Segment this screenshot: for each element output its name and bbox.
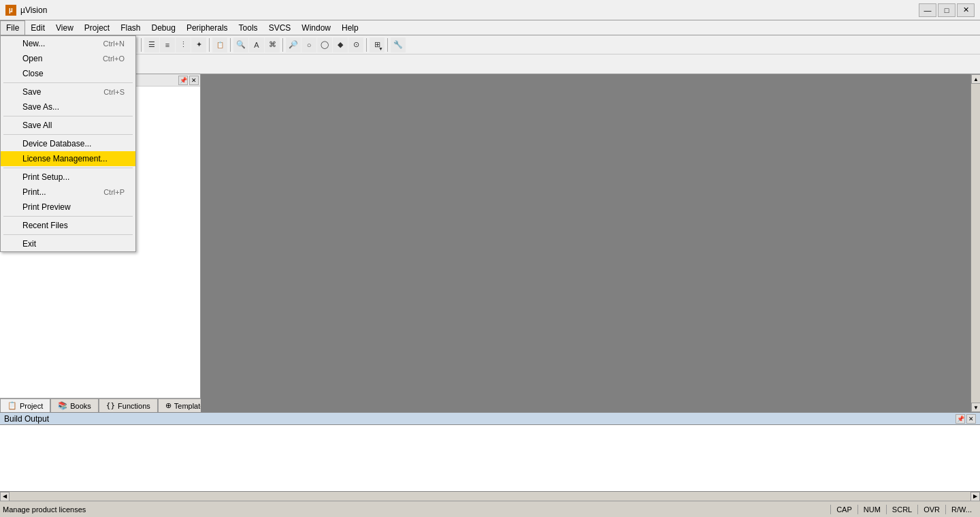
menu-item-file[interactable]: File: [0, 20, 25, 35]
status-rw: R/W...: [945, 505, 977, 514]
toolbar-sep-6: [282, 38, 283, 52]
tab-books[interactable]: 📚 Books: [50, 398, 99, 412]
tab-books-label: Books: [70, 402, 91, 410]
scroll-up-arrow[interactable]: ▲: [971, 74, 980, 84]
toolbar-settings[interactable]: 🔧: [391, 37, 406, 52]
maximize-button[interactable]: □: [938, 3, 956, 17]
tab-books-icon: 📚: [58, 401, 67, 410]
app-icon: µ: [5, 5, 16, 16]
toolbar-find[interactable]: 🔍: [233, 37, 248, 52]
title-bar: µ µVision — □ ✕: [0, 0, 980, 20]
panel-controls: 📌 ✕: [178, 76, 199, 85]
tab-project-label: Project: [20, 402, 43, 410]
toolbar-special-1[interactable]: 📋: [212, 37, 227, 52]
scroll-right-arrow[interactable]: ▶: [970, 492, 980, 501]
tab-functions[interactable]: {} Functions: [99, 398, 158, 412]
menu-new[interactable]: New... Ctrl+N: [1, 36, 135, 51]
status-indicators: CAP NUM SCRL OVR R/W...: [830, 505, 977, 514]
status-bar: Manage product licenses CAP NUM SCRL OVR…: [0, 501, 980, 517]
toolbar-diamond[interactable]: ◆: [333, 37, 348, 52]
toolbar-sep-3: [141, 38, 142, 52]
separator-6: [3, 234, 133, 235]
toolbar-1: ↩ ↪ ← → ⊳ ⊲ ⊳ ⊲ ☰ ≡ ⋮ ✦ 📋 🔍 A ⌘ 🔎 ○ ◯ ◆: [0, 35, 980, 54]
status-ovr: OVR: [917, 505, 945, 514]
menu-item-peripherals[interactable]: Peripherals: [181, 20, 233, 35]
right-content-area: ▲ ▼: [201, 74, 980, 412]
status-num: NUM: [858, 505, 886, 514]
build-output-header: Build Output 📌 ✕: [0, 413, 980, 425]
menu-print[interactable]: Print... Ctrl+P: [1, 185, 135, 200]
menu-item-project[interactable]: Project: [79, 20, 115, 35]
menu-item-edit[interactable]: Edit: [25, 20, 50, 35]
menu-save-as[interactable]: Save As...: [1, 99, 135, 114]
toolbar-target[interactable]: ⊙: [348, 37, 363, 52]
toolbar-bookmark[interactable]: A: [249, 37, 264, 52]
separator-3: [3, 134, 133, 135]
app-window: µ µVision — □ ✕ File Edit View Project F…: [0, 0, 980, 517]
close-button[interactable]: ✕: [957, 3, 975, 17]
menu-item-help[interactable]: Help: [336, 20, 364, 35]
menu-item-debug[interactable]: Debug: [146, 20, 181, 35]
menu-exit[interactable]: Exit: [1, 236, 135, 251]
app-title: µVision: [20, 5, 47, 15]
title-controls: — □ ✕: [919, 3, 975, 17]
toolbar-outdent[interactable]: ≡: [160, 37, 175, 52]
scroll-down-arrow[interactable]: ▼: [971, 403, 980, 412]
toolbar-cmd[interactable]: ⌘: [265, 37, 280, 52]
bottom-area: Build Output 📌 ✕ ◀ ▶: [0, 412, 980, 501]
build-output-content: [0, 425, 980, 491]
toolbar-zoom[interactable]: 🔎: [286, 37, 301, 52]
status-cap: CAP: [830, 505, 858, 514]
content-area: 📌 ✕ 📋 Project 📚 Books {} Functions: [0, 74, 980, 412]
menu-bar: File Edit View Project Flash Debug Perip…: [0, 20, 980, 35]
toolbar-sep-7: [366, 38, 367, 52]
build-pin-button[interactable]: 📌: [956, 414, 965, 424]
menu-item-svcs[interactable]: SVCS: [263, 20, 297, 35]
title-bar-left: µ µVision: [5, 5, 47, 16]
toolbar-indent[interactable]: ☰: [144, 37, 159, 52]
scroll-left-arrow[interactable]: ◀: [0, 492, 10, 501]
toolbar-area: ↩ ↪ ← → ⊳ ⊲ ⊳ ⊲ ☰ ≡ ⋮ ✦ 📋 🔍 A ⌘ 🔎 ○ ◯ ◆: [0, 35, 980, 74]
toolbar-2: ✓ ⚙ 🔒 ⊕ ◆ ⟨⟩: [0, 54, 980, 74]
file-dropdown-menu: New... Ctrl+N Open Ctrl+O Close Save Ctr…: [0, 35, 136, 252]
toolbar-sep-4: [209, 38, 210, 52]
separator-1: [3, 82, 133, 83]
toolbar-circle1[interactable]: ○: [301, 37, 316, 52]
menu-item-view[interactable]: View: [50, 20, 79, 35]
toolbar-bullet[interactable]: ✦: [191, 37, 206, 52]
build-close-button[interactable]: ✕: [966, 414, 976, 424]
menu-device-database[interactable]: Device Database...: [1, 136, 135, 151]
menu-item-flash[interactable]: Flash: [115, 20, 146, 35]
tab-templates-icon: ⊕: [165, 401, 172, 410]
menu-license-management[interactable]: License Management...: [1, 151, 135, 166]
toolbar-list[interactable]: ⋮: [176, 37, 191, 52]
menu-save-all[interactable]: Save All: [1, 118, 135, 133]
toolbar-sep-5: [230, 38, 231, 52]
right-scrollbar[interactable]: ▲ ▼: [970, 74, 980, 412]
tab-functions-icon: {}: [106, 401, 115, 410]
panel-pin-button[interactable]: 📌: [178, 76, 188, 85]
build-output-title: Build Output: [4, 414, 49, 424]
separator-2: [3, 116, 133, 116]
minimize-button[interactable]: —: [919, 3, 936, 17]
separator-5: [3, 216, 133, 217]
panel-tab-row: 📋 Project 📚 Books {} Functions ⊕ Templat…: [0, 398, 200, 412]
toolbar-grid[interactable]: ⊞ ▼: [370, 37, 385, 52]
menu-save[interactable]: Save Ctrl+S: [1, 84, 135, 99]
menu-close[interactable]: Close: [1, 66, 135, 81]
status-scrl: SCRL: [886, 505, 917, 514]
menu-print-preview[interactable]: Print Preview: [1, 200, 135, 215]
menu-open[interactable]: Open Ctrl+O: [1, 51, 135, 66]
toolbar-sep-8: [387, 38, 388, 52]
horizontal-scrollbar[interactable]: ◀ ▶: [0, 491, 980, 501]
menu-item-tools[interactable]: Tools: [233, 20, 263, 35]
menu-recent-files[interactable]: Recent Files: [1, 218, 135, 233]
menu-print-setup[interactable]: Print Setup...: [1, 170, 135, 185]
scroll-track[interactable]: [971, 84, 980, 403]
toolbar-circle2[interactable]: ◯: [317, 37, 332, 52]
hscroll-track[interactable]: [10, 492, 970, 501]
menu-item-window[interactable]: Window: [296, 20, 336, 35]
tab-project[interactable]: 📋 Project: [0, 398, 50, 412]
panel-close-button[interactable]: ✕: [189, 76, 199, 85]
tab-project-icon: 📋: [7, 401, 17, 410]
